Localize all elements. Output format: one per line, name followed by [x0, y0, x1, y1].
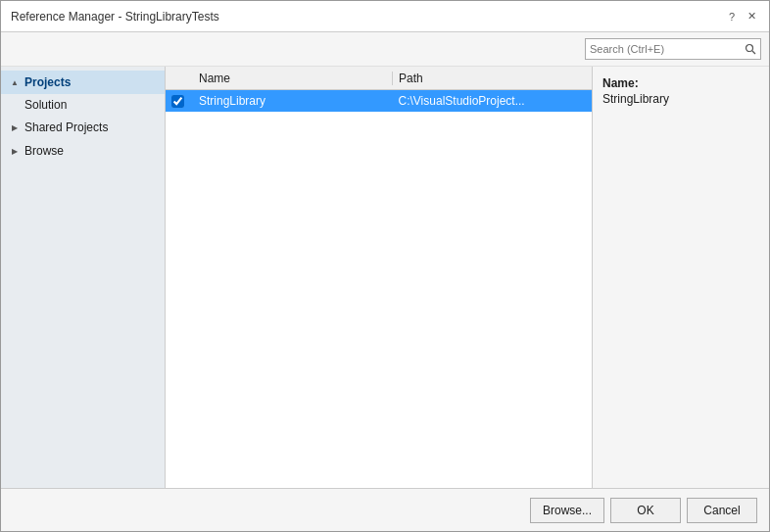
content-area: ▲ Projects Solution ▶ Shared Projects ▶ … [1, 32, 769, 488]
title-bar: Reference Manager - StringLibraryTests ?… [1, 1, 769, 32]
table-area: Name Path StringLibrary C:\VisualStudioP… [166, 67, 593, 488]
svg-line-1 [752, 51, 755, 54]
detail-name-value: StringLibrary [602, 92, 759, 106]
row-checkbox[interactable] [171, 95, 184, 108]
detail-name-label: Name: [602, 76, 759, 90]
th-name: Name [193, 72, 393, 85]
title-bar-buttons: ? ✕ [724, 9, 759, 24]
shared-projects-arrow-icon: ▶ [9, 121, 21, 133]
table-header: Name Path [166, 67, 592, 90]
ok-button[interactable]: OK [610, 498, 681, 523]
table-row[interactable]: StringLibrary C:\VisualStudioProject... [166, 90, 592, 112]
td-check [166, 95, 193, 108]
browse-label: Browse [24, 144, 64, 158]
search-bar [1, 32, 769, 67]
cancel-button[interactable]: Cancel [687, 498, 757, 523]
sidebar-item-browse[interactable]: ▶ Browse [1, 139, 165, 163]
detail-panel: Name: StringLibrary [593, 67, 769, 488]
main-body: ▲ Projects Solution ▶ Shared Projects ▶ … [1, 67, 769, 488]
dialog-title: Reference Manager - StringLibraryTests [11, 10, 219, 24]
th-path: Path [393, 72, 592, 85]
search-icon-button[interactable] [741, 39, 760, 59]
search-input[interactable] [586, 43, 741, 55]
sidebar-item-shared-projects[interactable]: ▶ Shared Projects [1, 116, 165, 139]
sidebar-item-projects[interactable]: ▲ Projects [1, 71, 165, 94]
footer: Browse... OK Cancel [1, 488, 769, 531]
search-icon [745, 43, 756, 55]
sidebar-projects-section: ▲ Projects Solution ▶ Shared Projects ▶ … [1, 71, 165, 163]
sidebar: ▲ Projects Solution ▶ Shared Projects ▶ … [1, 67, 166, 488]
td-path: C:\VisualStudioProject... [393, 94, 593, 108]
solution-label: Solution [24, 98, 67, 112]
sidebar-projects-label: Projects [24, 75, 71, 89]
browse-arrow-icon: ▶ [9, 145, 21, 157]
svg-point-0 [746, 45, 753, 52]
shared-projects-label: Shared Projects [24, 121, 108, 134]
search-wrapper [585, 38, 761, 60]
help-button[interactable]: ? [724, 9, 740, 24]
sidebar-item-solution[interactable]: Solution [1, 94, 165, 116]
close-button[interactable]: ✕ [744, 9, 759, 24]
reference-manager-dialog: Reference Manager - StringLibraryTests ?… [0, 0, 770, 532]
table-body: StringLibrary C:\VisualStudioProject... [166, 90, 592, 488]
projects-arrow-icon: ▲ [9, 76, 21, 88]
td-name: StringLibrary [193, 94, 393, 108]
browse-button[interactable]: Browse... [530, 498, 604, 523]
